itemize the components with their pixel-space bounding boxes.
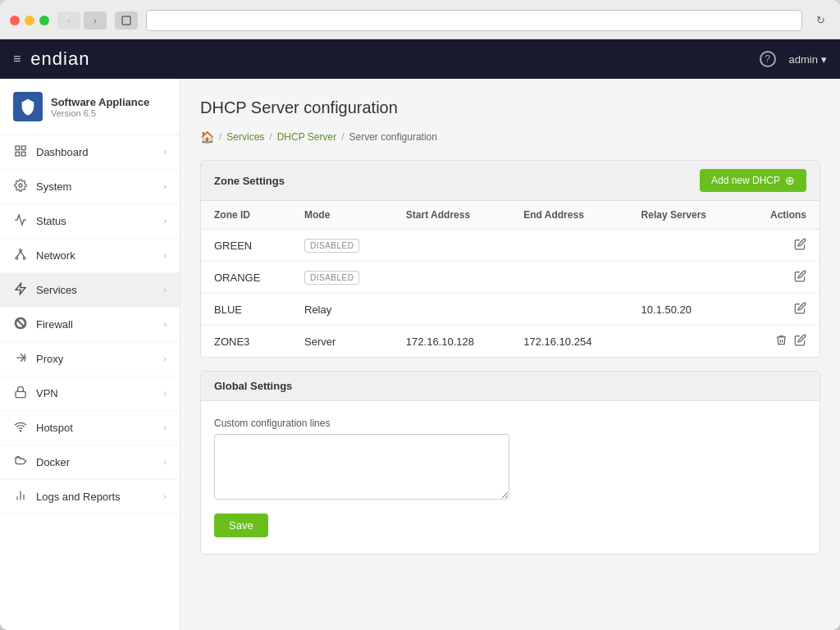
cell-start-address: 172.16.10.128 [393, 326, 510, 358]
chevron-icon: › [164, 492, 167, 501]
sidebar-label-network: Network [36, 249, 75, 262]
col-relay-servers: Relay Servers [628, 201, 742, 230]
breadcrumb-services[interactable]: Services [226, 131, 264, 143]
address-bar[interactable] [146, 10, 802, 31]
edit-icon[interactable] [794, 238, 806, 253]
svg-rect-0 [122, 16, 130, 25]
cell-end-address [510, 294, 628, 326]
svg-rect-1 [16, 146, 20, 150]
global-settings-header: Global Settings [201, 372, 819, 401]
forward-button[interactable]: › [84, 11, 107, 30]
sidebar-item-vpn[interactable]: VPN › [0, 377, 180, 411]
maximize-dot[interactable] [39, 16, 49, 25]
save-button[interactable]: Save [214, 514, 268, 537]
svg-point-5 [19, 184, 22, 187]
sidebar: Software Appliance Version 6.5 Dashb [0, 79, 180, 630]
brand-title: Software Appliance [51, 96, 149, 108]
sidebar-item-dashboard[interactable]: Dashboard › [0, 135, 180, 170]
sidebar-item-proxy[interactable]: Proxy › [0, 342, 180, 377]
app-container: ≡ endian ? admin ▾ [0, 39, 840, 630]
svg-marker-11 [16, 283, 25, 294]
brand-logo: endian [30, 48, 89, 70]
custom-config-textarea[interactable] [214, 434, 509, 500]
breadcrumb-home[interactable]: 🏠 [200, 130, 214, 144]
main-layout: Software Appliance Version 6.5 Dashb [0, 79, 840, 630]
sidebar-label-system: System [36, 180, 71, 193]
vpn-icon [13, 386, 28, 401]
svg-rect-4 [21, 152, 25, 156]
cell-zone-id: ZONE3 [201, 326, 291, 358]
cell-end-address [510, 262, 628, 294]
add-dhcp-button[interactable]: Add new DHCP ⊕ [700, 169, 806, 192]
refresh-button[interactable]: ↻ [810, 11, 830, 30]
svg-point-8 [23, 257, 25, 259]
status-icon [13, 213, 28, 229]
edit-icon[interactable] [794, 270, 806, 285]
cell-zone-id: GREEN [201, 230, 291, 262]
system-icon [13, 179, 28, 194]
table-row: ZONE3Server172.16.10.128172.16.10.254 [201, 326, 819, 358]
disabled-badge: DISABLED [304, 239, 359, 253]
cell-relay-servers: 10.1.50.20 [628, 294, 742, 326]
chevron-icon: › [164, 251, 167, 260]
cell-zone-id: BLUE [201, 294, 291, 326]
user-label: admin [789, 53, 818, 66]
sidebar-item-hotspot[interactable]: Hotspot › [0, 411, 180, 445]
global-settings-card: Global Settings Custom configuration lin… [200, 371, 820, 555]
svg-line-10 [21, 252, 25, 258]
brand-text: Software Appliance Version 6.5 [51, 96, 149, 118]
sidebar-label-proxy: Proxy [36, 353, 63, 365]
cell-mode: DISABLED [291, 230, 393, 262]
delete-icon[interactable] [775, 334, 788, 349]
sidebar-item-services[interactable]: Services › [0, 273, 180, 308]
edit-icon[interactable] [794, 334, 806, 349]
main-content: DHCP Server configuration 🏠 / Services /… [180, 79, 840, 630]
page-title: DHCP Server configuration [200, 98, 820, 117]
services-icon [13, 282, 28, 298]
brand-icon [13, 92, 43, 121]
user-dropdown-icon: ▾ [821, 53, 827, 66]
chevron-icon: › [164, 285, 167, 294]
svg-rect-13 [16, 391, 25, 397]
chevron-icon: › [164, 217, 167, 226]
table-row: BLUERelay10.1.50.20 [201, 294, 819, 326]
add-dhcp-label: Add new DHCP [711, 175, 780, 186]
cell-end-address [510, 230, 628, 262]
top-navbar: ≡ endian ? admin ▾ [0, 39, 840, 79]
cell-mode: Relay [291, 294, 393, 326]
cell-actions [742, 326, 819, 358]
cell-relay-servers [628, 326, 742, 358]
docker-icon [13, 454, 28, 470]
sidebar-item-firewall[interactable]: Firewall › [0, 308, 180, 342]
help-button[interactable]: ? [760, 51, 776, 67]
sidebar-label-dashboard: Dashboard [36, 146, 89, 158]
edit-icon[interactable] [794, 302, 806, 317]
back-button[interactable]: ‹ [57, 11, 80, 30]
table-row: GREENDISABLED [201, 230, 819, 262]
cell-actions [742, 230, 819, 262]
table-row: ORANGEDISABLED [201, 262, 819, 294]
cell-actions [742, 294, 819, 326]
minimize-dot[interactable] [25, 16, 34, 25]
sidebar-item-network[interactable]: Network › [0, 239, 180, 273]
tab-button[interactable] [115, 11, 138, 30]
breadcrumb-current: Server configuration [349, 131, 437, 143]
hamburger-menu[interactable]: ≡ [13, 52, 21, 66]
cell-end-address: 172.16.10.254 [510, 326, 628, 358]
sidebar-item-status[interactable]: Status › [0, 204, 180, 239]
chevron-icon: › [164, 423, 167, 432]
add-plus-icon: ⊕ [785, 174, 795, 187]
hotspot-icon [13, 420, 28, 436]
close-dot[interactable] [10, 16, 20, 25]
zone-settings-card: Zone Settings Add new DHCP ⊕ Zone ID Mod… [200, 160, 820, 358]
sidebar-item-docker[interactable]: Docker › [0, 445, 180, 480]
cell-start-address [393, 230, 510, 262]
user-menu[interactable]: admin ▾ [789, 53, 827, 66]
zone-settings-header: Zone Settings Add new DHCP ⊕ [201, 161, 819, 201]
sidebar-item-system[interactable]: System › [0, 170, 180, 204]
sidebar-item-logs[interactable]: Logs and Reports › [0, 480, 180, 514]
chevron-icon: › [164, 320, 167, 329]
sidebar-brand: Software Appliance Version 6.5 [0, 79, 180, 135]
cell-zone-id: ORANGE [201, 262, 291, 294]
breadcrumb-dhcp-server[interactable]: DHCP Server [277, 131, 336, 143]
